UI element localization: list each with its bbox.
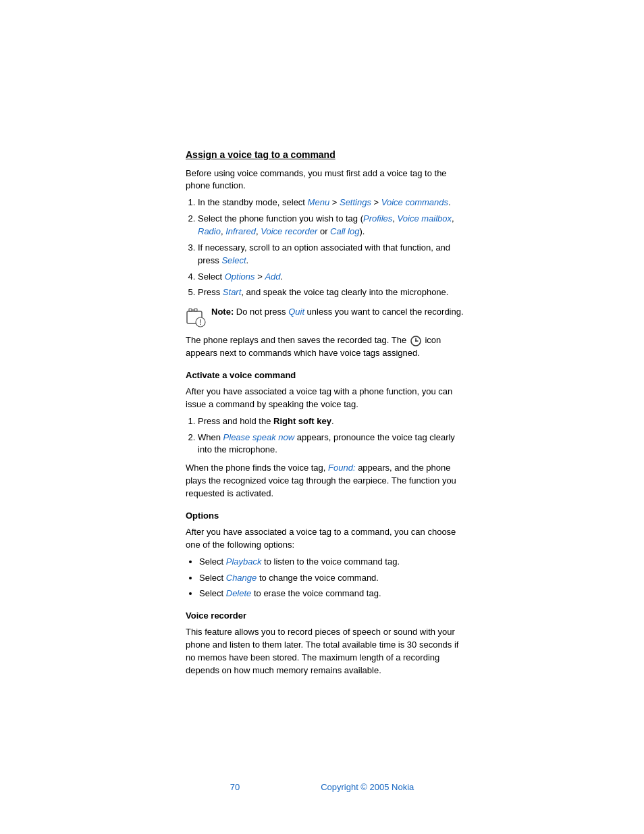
note-box: ! Note: Do not press Quit unless you wan… xyxy=(186,306,468,328)
playback-link[interactable]: Playback xyxy=(226,556,262,567)
call-log-link[interactable]: Call log xyxy=(330,226,359,236)
voice-tag-icon xyxy=(410,336,421,346)
voice-mailbox-link[interactable]: Voice mailbox xyxy=(398,213,452,224)
start-link[interactable]: Start xyxy=(223,287,241,297)
settings-link[interactable]: Settings xyxy=(340,197,371,207)
step-4: Select Options > Add. xyxy=(198,271,468,284)
step-1: In the standby mode, select Menu > Setti… xyxy=(198,197,468,209)
section1-after-note: The phone replays and then saves the rec… xyxy=(186,334,468,360)
option-playback: Select Playback to listen to the voice c… xyxy=(199,556,468,569)
svg-point-7 xyxy=(415,340,417,342)
section2-steps: Press and hold the Right soft key. When … xyxy=(198,415,468,457)
section3-title: Options xyxy=(186,510,468,522)
radio-link[interactable]: Radio xyxy=(198,226,221,236)
please-speak-now-link[interactable]: Please speak now xyxy=(223,432,295,442)
section2-after: When the phone finds the voice tag, Foun… xyxy=(186,462,468,500)
section2-title: Activate a voice command xyxy=(186,369,468,382)
section3-intro: After you have associated a voice tag to… xyxy=(186,526,468,552)
note-label: Note: xyxy=(211,307,234,317)
copyright-text: Copyright © 2005 Nokia xyxy=(321,781,414,793)
section4-text: This feature allows you to record pieces… xyxy=(186,626,468,677)
profiles-link[interactable]: Profiles xyxy=(363,213,392,224)
section1-title: Assign a voice tag to a command xyxy=(186,149,468,162)
infrared-link[interactable]: Infrared xyxy=(225,226,256,236)
note-icon: ! xyxy=(186,307,206,328)
menu-link[interactable]: Menu xyxy=(308,197,330,207)
page-footer: 70 Copyright © 2005 Nokia xyxy=(0,781,644,793)
select-link[interactable]: Select xyxy=(221,255,246,265)
note-text: Note: Do not press Quit unless you want … xyxy=(211,306,464,318)
section3-list: Select Playback to listen to the voice c… xyxy=(199,556,468,601)
options-link[interactable]: Options xyxy=(225,271,255,282)
option-change: Select Change to change the voice comman… xyxy=(199,572,468,585)
change-link[interactable]: Change xyxy=(226,573,257,583)
right-soft-key-label: Right soft key xyxy=(273,416,331,426)
voice-recorder-link[interactable]: Voice recorder xyxy=(261,226,317,236)
voice-commands-link[interactable]: Voice commands xyxy=(381,197,448,207)
step-3: If necessary, scroll to an option associ… xyxy=(198,242,468,267)
step-5: Press Start, and speak the voice tag cle… xyxy=(198,286,468,299)
option-delete: Select Delete to erase the voice command… xyxy=(199,588,468,600)
section4-title: Voice recorder xyxy=(186,610,468,622)
quit-link[interactable]: Quit xyxy=(288,307,304,317)
step2-1: Press and hold the Right soft key. xyxy=(198,415,468,428)
page-number: 70 xyxy=(230,781,240,793)
step-2: Select the phone function you wish to ta… xyxy=(198,213,468,238)
add-link[interactable]: Add xyxy=(265,271,280,282)
section1-intro: Before using voice commands, you must fi… xyxy=(186,167,468,193)
section1-steps: In the standby mode, select Menu > Setti… xyxy=(198,197,468,299)
delete-link[interactable]: Delete xyxy=(226,588,252,598)
page-content: Assign a voice tag to a command Before u… xyxy=(0,0,644,834)
step2-2: When Please speak now appears, pronounce… xyxy=(198,432,468,457)
found-link[interactable]: Found: xyxy=(328,463,355,473)
svg-text:!: ! xyxy=(199,319,201,326)
section2-intro: After you have associated a voice tag wi… xyxy=(186,386,468,411)
